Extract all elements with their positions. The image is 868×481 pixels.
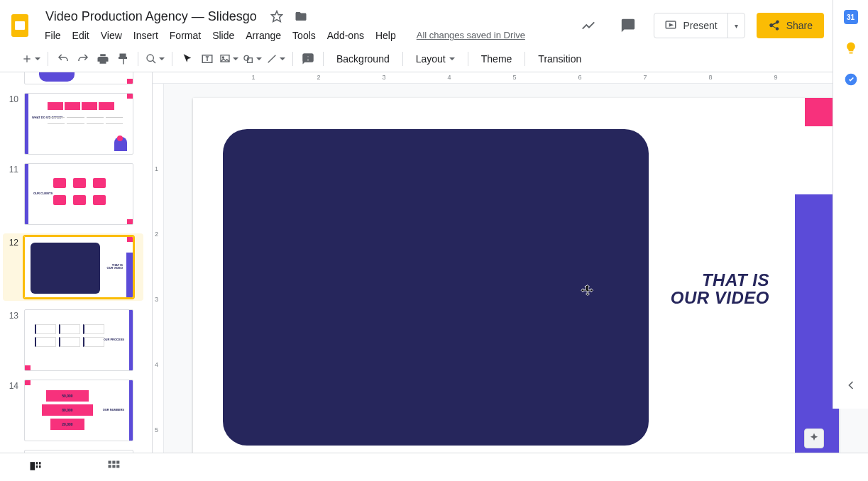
svg-rect-26 [109,461,111,464]
slide-number: 14 [3,380,24,391]
grid-view-icon[interactable] [106,459,121,475]
move-to-folder-icon[interactable] [292,8,309,25]
svg-rect-31 [116,465,119,468]
svg-rect-28 [116,461,119,464]
star-icon[interactable] [268,8,285,25]
slide-title-line1: THAT IS [671,271,769,289]
textbox-tool[interactable] [198,50,216,68]
slide-number: 13 [3,309,24,321]
share-label: Share [786,20,813,31]
slide-thumb-12[interactable]: THAT IS OUR VIDEO [24,236,133,298]
svg-marker-2 [271,11,282,22]
vertical-ruler: 12345 [153,84,164,453]
save-status[interactable]: All changes saved in Drive [417,30,525,40]
svg-rect-25 [39,465,41,468]
menu-help[interactable]: Help [370,27,401,44]
slides-logo[interactable] [6,11,34,40]
slide-number: 11 [3,163,24,175]
keep-icon[interactable] [844,41,858,55]
slide-number: 12 [3,236,24,248]
menu-format[interactable]: Format [165,27,206,44]
svg-rect-15 [248,58,253,63]
background-button[interactable]: Background [329,49,397,69]
print-button[interactable] [94,50,112,68]
present-dropdown[interactable]: ▾ [727,13,745,38]
slide-thumb-11[interactable]: OUR CLIENTS [24,163,133,225]
new-slide-button[interactable] [20,50,42,68]
svg-rect-22 [36,462,38,464]
slide-thumb-14[interactable]: OUR NUMBERS 50,000 80,000 20,000 [24,380,133,441]
menu-slide[interactable]: Slide [207,27,239,44]
zoom-button[interactable] [144,50,166,68]
document-title[interactable]: Video Production Agency — Slidesgo [41,8,261,26]
bottom-bar [0,453,868,481]
show-side-panel-icon[interactable] [844,378,858,394]
menu-addons[interactable]: Add-ons [322,27,369,44]
slide-thumb-10[interactable]: WHAT DO WE OFFER? [24,93,133,155]
menu-insert[interactable]: Insert [128,27,163,44]
filmstrip[interactable]: 10 WHAT DO WE OFFER? 11 [0,72,153,453]
slide-number: 10 [3,93,24,104]
line-tool[interactable] [265,50,287,68]
activity-icon[interactable] [574,11,603,40]
svg-point-7 [147,55,153,61]
svg-rect-21 [31,462,35,470]
svg-marker-4 [670,24,673,26]
present-label: Present [683,20,717,31]
slide-thumb-9[interactable] [24,72,133,84]
slide-12[interactable]: THAT IS OUR VIDEO [193,98,839,453]
menu-tools[interactable]: Tools [287,27,321,44]
svg-rect-30 [112,465,115,468]
svg-rect-1 [15,21,25,30]
slide-number: 15 [3,450,24,453]
menubar: File Edit View Insert Format Slide Arran… [40,27,574,44]
calendar-icon[interactable]: 31 [844,10,858,24]
svg-rect-24 [36,465,38,468]
filmstrip-view-icon[interactable] [28,459,43,475]
present-button[interactable]: Present [654,13,727,38]
explore-button[interactable] [804,429,824,448]
svg-line-16 [268,55,276,63]
svg-rect-29 [109,465,111,468]
slide-video-placeholder[interactable] [223,129,649,446]
canvas[interactable]: 123456789 12345 THAT IS OUR VIDEO [153,72,868,453]
shape-tool[interactable] [241,50,263,68]
undo-button[interactable] [54,50,72,68]
comment-button[interactable] [299,50,317,68]
paint-format-button[interactable] [114,50,132,68]
menu-view[interactable]: View [96,27,127,44]
transition-button[interactable]: Transition [531,49,588,69]
image-tool[interactable] [218,50,240,68]
menu-edit[interactable]: Edit [67,27,94,44]
horizontal-ruler: 123456789 [153,72,868,84]
toolbar: Background Layout Theme Transition [0,45,868,72]
side-panel: 31 [833,0,868,409]
slide-thumb-15[interactable] [24,450,133,453]
svg-rect-23 [39,462,41,464]
share-button[interactable]: Share [757,13,824,38]
tasks-icon[interactable] [844,72,858,87]
slide-title[interactable]: THAT IS OUR VIDEO [671,271,769,306]
comments-icon[interactable] [614,11,642,40]
select-tool[interactable] [178,50,197,68]
svg-line-8 [153,60,155,63]
svg-rect-27 [112,461,115,464]
svg-point-13 [222,57,224,58]
slide-title-line2: OUR VIDEO [671,289,769,306]
theme-button[interactable]: Theme [474,49,520,69]
slide-thumb-13[interactable]: OUR PROCESS [24,309,133,371]
menu-file[interactable]: File [40,27,66,44]
layout-button[interactable]: Layout [409,49,462,69]
redo-button[interactable] [74,50,92,68]
menu-arrange[interactable]: Arrange [241,27,286,44]
